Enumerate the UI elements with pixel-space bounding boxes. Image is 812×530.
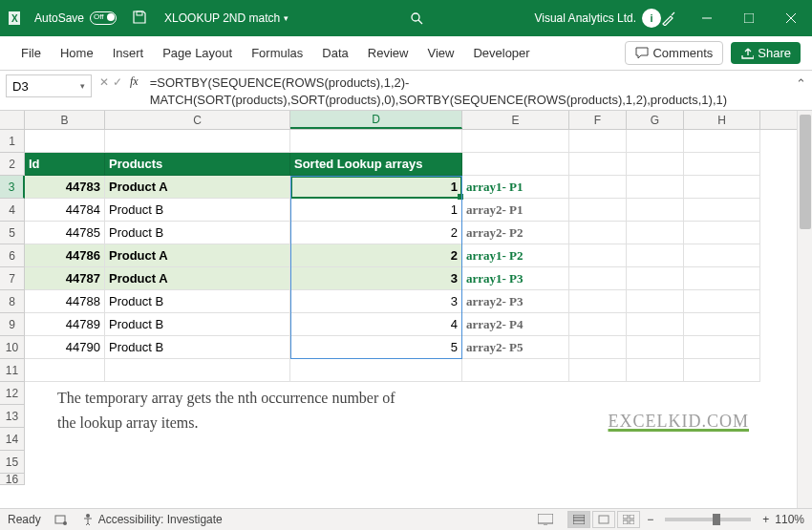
cell-product[interactable]: Product B — [105, 222, 290, 244]
cell-id[interactable]: 44789 — [25, 313, 105, 336]
zoom-in-button[interactable]: + — [762, 513, 769, 526]
row-header[interactable]: 2 — [0, 153, 25, 176]
scrollbar-thumb[interactable] — [800, 115, 811, 229]
tab-insert[interactable]: Insert — [103, 36, 154, 71]
accessibility-status[interactable]: Accessibility: Investigate — [81, 513, 223, 526]
cell-id[interactable]: 44787 — [25, 267, 105, 290]
col-header-f[interactable]: F — [569, 111, 627, 129]
cell-annotation[interactable]: array1- P1 — [462, 176, 569, 199]
zoom-level[interactable]: 110% — [775, 513, 804, 526]
cell-id[interactable]: 44786 — [25, 244, 105, 267]
row-header[interactable]: 10 — [0, 336, 25, 359]
zoom-out-button[interactable]: − — [647, 513, 653, 526]
row-header[interactable]: 4 — [0, 199, 25, 222]
fx-icon[interactable]: fx — [130, 74, 139, 89]
cell-sorted[interactable]: 4 — [290, 313, 462, 336]
row-header[interactable]: 9 — [0, 313, 25, 336]
row-header[interactable]: 11 — [0, 359, 25, 382]
cell-product[interactable]: Product A — [105, 267, 290, 290]
row-header[interactable]: 3 — [0, 176, 25, 199]
formula-input[interactable]: =SORTBY(SEQUENCE(ROWS(products),1,2)-MAT… — [142, 71, 789, 109]
page-layout-view-button[interactable] — [592, 511, 615, 528]
search-button[interactable] — [298, 11, 534, 25]
save-icon[interactable] — [132, 10, 149, 27]
formula-expand-button[interactable]: ⌃ — [789, 76, 812, 91]
filename[interactable]: XLOOKUP 2ND match ▾ — [164, 11, 288, 25]
select-all-corner[interactable] — [0, 111, 25, 129]
brush-icon[interactable] — [661, 11, 676, 26]
table-header-id[interactable]: Id — [25, 153, 105, 176]
col-header-c[interactable]: C — [105, 111, 290, 129]
tab-developer[interactable]: Developer — [463, 36, 539, 71]
comments-button[interactable]: Comments — [625, 41, 723, 65]
cell-id[interactable]: 44790 — [25, 336, 105, 359]
cell-product[interactable]: Product A — [105, 244, 290, 267]
cell-sorted[interactable]: 2 — [290, 222, 462, 244]
tab-page-layout[interactable]: Page Layout — [153, 36, 242, 71]
display-settings-icon[interactable] — [538, 514, 553, 525]
minimize-button[interactable] — [686, 0, 728, 36]
cell-product[interactable]: Product B — [105, 336, 290, 359]
normal-view-button[interactable] — [567, 511, 590, 528]
cell-sorted[interactable]: 3 — [290, 267, 462, 290]
row-header[interactable]: 14 — [0, 428, 25, 451]
share-button[interactable]: Share — [731, 42, 801, 64]
spreadsheet-grid[interactable]: B C D E F G H 1 2 Id Products Sorted Loo… — [0, 111, 797, 508]
tab-formulas[interactable]: Formulas — [242, 36, 312, 71]
confirm-icon[interactable]: ✓ — [113, 75, 122, 89]
cell-id[interactable]: 44783 — [25, 176, 105, 199]
cell-annotation[interactable]: array2- P5 — [462, 336, 569, 359]
col-header-b[interactable]: B — [25, 111, 105, 129]
cell-id[interactable]: 44788 — [25, 290, 105, 313]
table-header-sorted[interactable]: Sorted Lookup arrays — [290, 153, 462, 176]
maximize-button[interactable] — [728, 0, 770, 36]
cancel-icon[interactable]: ✕ — [99, 75, 109, 89]
excel-icon: X — [8, 9, 27, 28]
zoom-slider[interactable] — [665, 518, 751, 521]
row-header[interactable]: 13 — [0, 405, 25, 428]
tab-view[interactable]: View — [417, 36, 463, 71]
vertical-scrollbar[interactable] — [797, 111, 812, 508]
cell-product[interactable]: Product B — [105, 290, 290, 313]
cell-sorted[interactable]: 2 — [290, 244, 462, 267]
col-header-h[interactable]: H — [684, 111, 760, 129]
cell-annotation[interactable]: array1- P3 — [462, 267, 569, 290]
cell-annotation[interactable]: array2- P1 — [462, 199, 569, 222]
tab-data[interactable]: Data — [312, 36, 357, 71]
cell-sorted[interactable]: 5 — [290, 336, 462, 359]
cell-sorted[interactable]: 1 — [290, 176, 462, 199]
macro-record-icon[interactable] — [54, 513, 68, 526]
cell-product[interactable]: Product B — [105, 199, 290, 222]
cell-sorted[interactable]: 3 — [290, 290, 462, 313]
cell-annotation[interactable]: array2- P2 — [462, 222, 569, 244]
page-break-view-button[interactable] — [617, 511, 640, 528]
row-header[interactable]: 1 — [0, 130, 25, 153]
row-header[interactable]: 15 — [0, 451, 25, 474]
cell-product[interactable]: Product A — [105, 176, 290, 199]
tab-review[interactable]: Review — [358, 36, 418, 71]
account-name[interactable]: Visual Analytics Ltd. i — [534, 9, 661, 28]
tab-file[interactable]: File — [11, 36, 51, 71]
row-header[interactable]: 12 — [0, 382, 25, 405]
cell-annotation[interactable]: array2- P4 — [462, 313, 569, 336]
cell-sorted[interactable]: 1 — [290, 199, 462, 222]
tab-home[interactable]: Home — [51, 36, 103, 71]
row-header[interactable]: 7 — [0, 267, 25, 290]
cell-product[interactable]: Product B — [105, 313, 290, 336]
close-button[interactable] — [770, 0, 812, 36]
row-header[interactable]: 16 — [0, 474, 25, 485]
autosave-toggle[interactable]: AutoSave Off — [34, 11, 117, 25]
row-header[interactable]: 5 — [0, 222, 25, 244]
name-box[interactable]: D3 ▾ — [6, 74, 92, 97]
col-header-d[interactable]: D — [290, 111, 462, 129]
cell-annotation[interactable]: array1- P2 — [462, 244, 569, 267]
col-header-g[interactable]: G — [627, 111, 684, 129]
toggle-switch[interactable]: Off — [90, 11, 117, 25]
cell-annotation[interactable]: array2- P3 — [462, 290, 569, 313]
col-header-e[interactable]: E — [462, 111, 569, 129]
cell-id[interactable]: 44785 — [25, 222, 105, 244]
row-header[interactable]: 8 — [0, 290, 25, 313]
cell-id[interactable]: 44784 — [25, 199, 105, 222]
row-header[interactable]: 6 — [0, 244, 25, 267]
table-header-products[interactable]: Products — [105, 153, 290, 176]
